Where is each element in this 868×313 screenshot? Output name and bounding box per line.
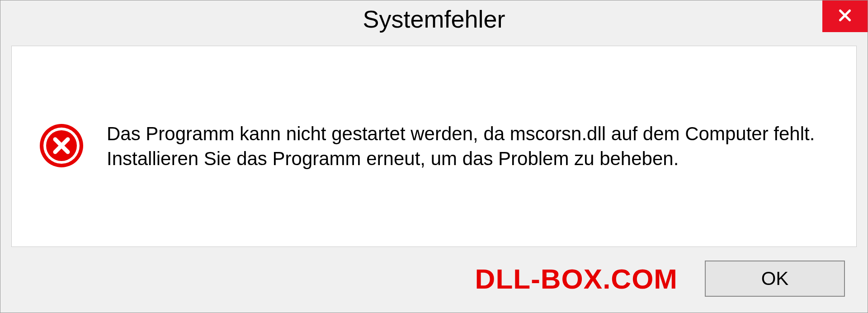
content-panel: Das Programm kann nicht gestartet werden… bbox=[11, 46, 857, 247]
system-error-dialog: Systemfehler Das Programm kann nicht ges… bbox=[0, 0, 868, 313]
close-icon bbox=[837, 7, 853, 25]
error-icon bbox=[39, 123, 84, 170]
close-button[interactable] bbox=[822, 0, 868, 32]
error-message: Das Programm kann nicht gestartet werden… bbox=[107, 122, 829, 171]
ok-button[interactable]: OK bbox=[705, 261, 845, 297]
watermark-text: DLL-BOX.COM bbox=[475, 263, 678, 295]
titlebar: Systemfehler bbox=[0, 0, 868, 41]
dialog-title: Systemfehler bbox=[363, 5, 505, 33]
dialog-footer: DLL-BOX.COM OK bbox=[0, 247, 868, 313]
